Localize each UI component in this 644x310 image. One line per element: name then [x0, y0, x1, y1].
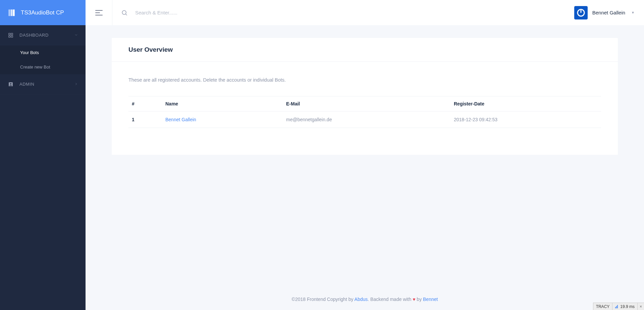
search-area	[112, 0, 565, 25]
main-area: Bennet Gallein ▼ User Overview These are…	[86, 0, 644, 310]
card-header: User Overview	[112, 38, 618, 62]
th-register-date: Register-Date	[450, 96, 601, 112]
chevron-down-icon	[74, 33, 78, 38]
footer: ©2018 Frontend Copyright by Abdus. Backe…	[86, 289, 644, 310]
sidebar-item-create-new-bot[interactable]: Create new Bot	[0, 60, 86, 74]
sidebar-submenu-dashboard: Your Bots Create new Bot	[0, 45, 86, 74]
sidebar-item-your-bots[interactable]: Your Bots	[0, 45, 86, 60]
footer-mid: . Backend made with	[368, 297, 413, 302]
sidebar-toggle-button[interactable]	[86, 0, 112, 25]
cell-date: 2018-12-23 09:42:53	[450, 112, 601, 128]
tracy-time[interactable]: 19.9 ms	[612, 303, 637, 310]
svg-line-7	[126, 14, 127, 15]
user-overview-card: User Overview These are all registered a…	[112, 38, 618, 155]
users-table: # Name E-Mail Register-Date 1 Bennet Gal…	[128, 96, 601, 128]
search-input[interactable]	[135, 10, 269, 15]
tracy-debug-bar[interactable]: TRACY 19.9 ms ×	[593, 303, 644, 310]
svg-point-6	[122, 10, 126, 14]
user-menu[interactable]: Bennet Gallein ▼	[565, 0, 644, 25]
svg-rect-1	[11, 33, 13, 35]
footer-prefix: ©2018 Frontend Copyright by	[292, 297, 355, 302]
svg-point-5	[10, 83, 11, 84]
th-name: Name	[162, 96, 283, 112]
tracy-time-value: 19.9 ms	[620, 304, 635, 309]
th-email: E-Mail	[283, 96, 450, 112]
chevron-right-icon	[74, 82, 78, 87]
topbar: Bennet Gallein ▼	[86, 0, 644, 25]
footer-link-bennet[interactable]: Bennet	[423, 297, 438, 302]
footer-link-abdus[interactable]: Abdus	[355, 297, 368, 302]
sidebar-group-dashboard[interactable]: DASHBOARD	[0, 25, 86, 45]
footer-by: by	[415, 297, 423, 302]
table-row: 1 Bennet Gallein me@bennetgallein.de 201…	[128, 112, 601, 128]
brand-title: TS3AudioBot CP	[21, 9, 64, 16]
caret-down-icon: ▼	[631, 11, 635, 14]
hamburger-icon	[95, 10, 103, 15]
brand-logo-icon	[7, 8, 16, 17]
sidebar-group-label: DASHBOARD	[19, 33, 74, 38]
svg-rect-0	[9, 33, 10, 35]
brand[interactable]: TS3AudioBot CP	[0, 0, 86, 25]
bar-chart-icon	[615, 305, 618, 308]
user-name-label: Bennet Gallein	[592, 10, 625, 15]
cell-index: 1	[128, 112, 162, 128]
dashboard-icon	[7, 33, 14, 38]
tracy-label[interactable]: TRACY	[593, 303, 612, 310]
cell-name: Bennet Gallein	[162, 112, 283, 128]
avatar	[574, 6, 588, 19]
admin-icon	[7, 82, 14, 87]
card-body: These are all registered accounts. Delet…	[112, 62, 618, 155]
svg-rect-3	[11, 36, 13, 37]
sidebar: TS3AudioBot CP DASHBOARD Your Bots Creat…	[0, 0, 86, 310]
power-icon	[577, 9, 585, 17]
tracy-close-button[interactable]: ×	[637, 303, 644, 310]
cell-email: me@bennetgallein.de	[283, 112, 450, 128]
description-text: These are all registered accounts. Delet…	[128, 77, 601, 83]
page-title: User Overview	[128, 46, 601, 53]
sidebar-group-label: ADMIN	[19, 82, 74, 87]
content: User Overview These are all registered a…	[86, 25, 644, 289]
search-icon	[121, 9, 128, 16]
sidebar-group-admin[interactable]: ADMIN	[0, 74, 86, 94]
th-index: #	[128, 96, 162, 112]
user-name-link[interactable]: Bennet Gallein	[165, 117, 196, 122]
svg-rect-2	[9, 36, 10, 37]
